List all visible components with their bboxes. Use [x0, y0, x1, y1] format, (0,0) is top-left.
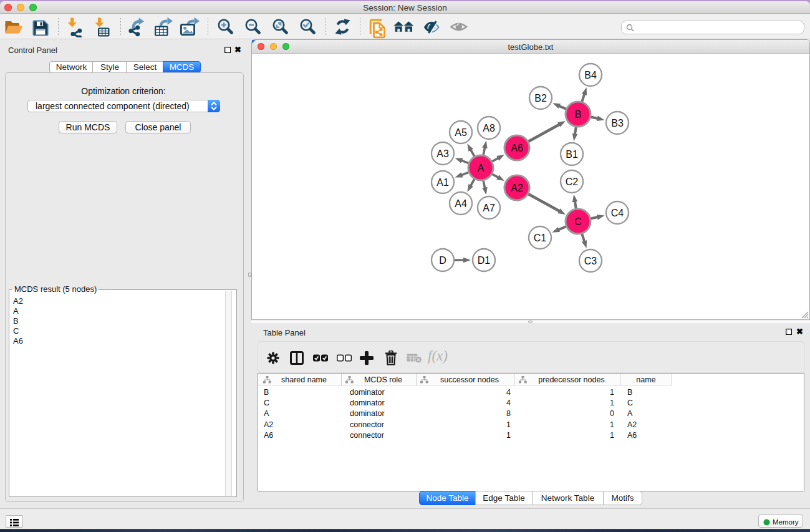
- svg-text:C1: C1: [534, 233, 547, 243]
- svg-text:A1: A1: [436, 177, 449, 188]
- svg-text:B2: B2: [534, 93, 547, 104]
- svg-text:C3: C3: [584, 256, 597, 266]
- svg-text:B4: B4: [584, 70, 597, 80]
- svg-text:A6: A6: [511, 143, 523, 153]
- svg-text:A: A: [478, 163, 485, 173]
- svg-text:D: D: [439, 255, 446, 266]
- svg-text:C: C: [574, 216, 582, 227]
- svg-text:A4: A4: [455, 198, 467, 209]
- svg-text:C2: C2: [566, 177, 579, 187]
- svg-text:A8: A8: [483, 123, 495, 133]
- svg-text:C4: C4: [611, 208, 624, 218]
- svg-text:A5: A5: [455, 127, 467, 138]
- svg-text:B1: B1: [566, 149, 578, 160]
- svg-text:B3: B3: [611, 118, 624, 128]
- svg-text:D1: D1: [478, 255, 491, 266]
- svg-text:A2: A2: [511, 183, 523, 193]
- svg-text:B: B: [575, 109, 582, 120]
- svg-text:A3: A3: [436, 148, 449, 159]
- svg-text:A7: A7: [483, 203, 495, 213]
